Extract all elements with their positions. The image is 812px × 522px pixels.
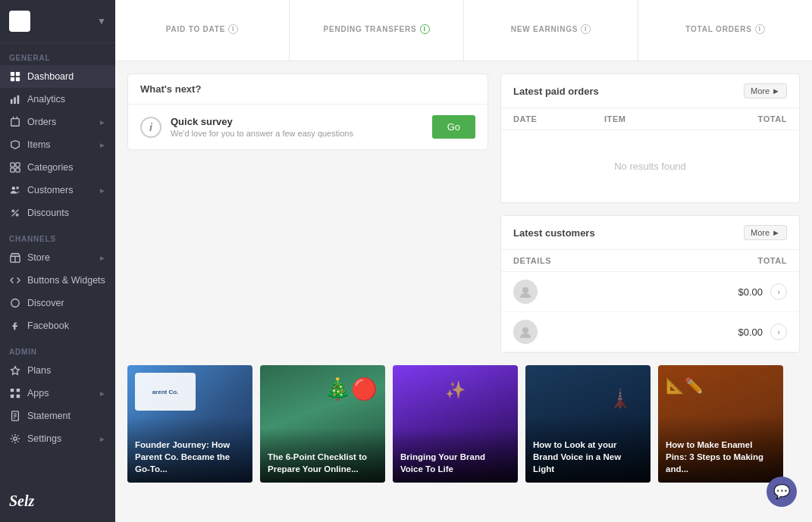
selz-logo: Selz [9, 492, 106, 510]
customer-arrow-1[interactable]: › [770, 283, 787, 300]
sidebar-item-categories[interactable]: Categories [0, 156, 115, 179]
blog-card-2-decor: ✨ [445, 380, 466, 400]
main-content: PAID TO DATE i PENDING TRANSFERS i NEW E… [115, 0, 812, 522]
analytics-label: Analytics [27, 94, 65, 105]
svg-rect-9 [16, 163, 20, 167]
discover-label: Discover [27, 298, 64, 308]
svg-point-25 [522, 287, 528, 293]
plans-icon [9, 364, 21, 377]
analytics-icon [9, 93, 21, 105]
orders-no-results: No results found [501, 130, 799, 202]
section-channels: CHANNELS [0, 224, 115, 246]
whats-next-content: i Quick survey We'd love for you to answ… [128, 105, 488, 149]
pending-transfers-info-icon[interactable]: i [420, 24, 430, 34]
go-button[interactable]: Go [432, 115, 475, 139]
svg-rect-0 [11, 72, 14, 76]
sidebar-item-customers[interactable]: Customers ► [0, 179, 115, 202]
logo-box[interactable] [9, 11, 30, 32]
store-label: Store [27, 252, 50, 263]
sidebar-item-dashboard[interactable]: Dashboard [0, 65, 115, 88]
buttons-widgets-label: Buttons & Widgets [27, 275, 105, 286]
latest-paid-orders-more[interactable]: More ► [744, 83, 787, 98]
survey-desc: We'd love for you to answer a few easy q… [171, 129, 353, 138]
blog-card-1[interactable]: 🎄🔴 The 6-Point Checklist to Prepare Your… [260, 365, 385, 483]
discounts-label: Discounts [27, 208, 69, 218]
svg-rect-4 [11, 99, 13, 104]
customer-avatar-1 [513, 280, 538, 304]
sidebar-item-items[interactable]: Items ► [0, 133, 115, 156]
sidebar-item-plans[interactable]: Plans [0, 359, 115, 382]
svg-rect-21 [11, 395, 14, 398]
facebook-icon [9, 320, 21, 332]
stat-total-orders: TOTAL ORDERS i [638, 0, 812, 61]
blog-card-2-overlay: Bringing Your Brand Voice To Life [393, 428, 518, 483]
stat-total-orders-label: TOTAL ORDERS i [685, 24, 764, 34]
total-orders-info-icon[interactable]: i [755, 24, 765, 34]
customer-arrow-2[interactable]: › [770, 324, 787, 340]
more-arrow-icon: ► [772, 86, 780, 95]
sidebar-item-settings[interactable]: Settings ► [0, 427, 115, 450]
customer-total-1: $0.00 [738, 286, 763, 298]
latest-paid-orders-title: Latest paid orders [513, 86, 599, 97]
blog-card-0-overlay: Founder Journey: How Parent Co. Became t… [127, 416, 252, 483]
total-col-header: Total [726, 114, 787, 123]
blog-card-4-title: How to Make Enamel Pins: 3 Steps to Maki… [666, 439, 776, 475]
sidebar-item-buttons-widgets[interactable]: Buttons & Widgets [0, 269, 115, 292]
blog-card-0[interactable]: arent Co. Founder Journey: How Parent Co… [127, 365, 252, 483]
paid-to-date-info-icon[interactable]: i [228, 24, 238, 34]
chat-bubble[interactable]: 💬 [767, 477, 797, 507]
whats-next-header: What's next? [128, 74, 488, 105]
sidebar-item-facebook[interactable]: Facebook [0, 314, 115, 337]
svg-point-14 [12, 210, 14, 212]
svg-point-17 [11, 299, 20, 308]
blog-card-3[interactable]: 🗼 How to Look at your Brand Voice in a N… [525, 365, 651, 483]
sidebar-item-discounts[interactable]: Discounts [0, 202, 115, 224]
sidebar-item-discover[interactable]: Discover [0, 292, 115, 314]
sidebar-item-apps[interactable]: Apps ► [0, 382, 115, 405]
orders-chevron: ► [99, 118, 106, 127]
svg-point-26 [522, 327, 528, 333]
customers-more-arrow-icon: ► [772, 228, 780, 237]
svg-point-13 [16, 186, 19, 189]
svg-rect-22 [17, 395, 20, 398]
customer-row: $0.00 › [501, 272, 799, 312]
statement-label: Statement [27, 411, 71, 421]
svg-rect-5 [14, 97, 16, 104]
sidebar-item-statement[interactable]: Statement [0, 405, 115, 427]
customers-chevron: ► [99, 186, 106, 195]
item-col-header: Item [604, 114, 726, 123]
settings-chevron: ► [99, 435, 106, 443]
apps-label: Apps [27, 388, 49, 399]
details-col-header: Details [513, 256, 726, 265]
code-icon [9, 274, 21, 286]
new-earnings-info-icon[interactable]: i [581, 24, 591, 34]
svg-rect-2 [11, 77, 14, 81]
customer-avatar-2 [513, 320, 538, 344]
blog-card-3-title: How to Look at your Brand Voice in a New… [533, 439, 643, 475]
content-area: What's next? i Quick survey We'd love fo… [115, 61, 812, 365]
sidebar-toggle[interactable]: ▼ [97, 16, 106, 27]
customers-icon [9, 184, 21, 196]
sidebar-item-analytics[interactable]: Analytics [0, 88, 115, 111]
latest-customers-more[interactable]: More ► [744, 225, 787, 240]
categories-icon [9, 161, 21, 173]
right-column: Latest paid orders More ► Date Item Tota… [500, 73, 800, 353]
dashboard-label: Dashboard [27, 71, 74, 82]
customers-table-header: Details Total [501, 250, 799, 272]
stat-pending-transfers: PENDING TRANSFERS i [290, 0, 464, 61]
dashboard-icon [9, 70, 21, 83]
blog-card-4[interactable]: 📐✏️ How to Make Enamel Pins: 3 Steps to … [658, 365, 783, 483]
sidebar-item-orders[interactable]: Orders ► [0, 111, 115, 133]
sidebar-item-store[interactable]: Store ► [0, 246, 115, 269]
blog-card-2[interactable]: ✨ Bringing Your Brand Voice To Life [393, 365, 518, 483]
blog-card-1-overlay: The 6-Point Checklist to Prepare Your On… [260, 428, 385, 483]
apps-icon [9, 387, 21, 399]
facebook-label: Facebook [27, 320, 69, 331]
stat-paid-to-date: PAID TO DATE i [115, 0, 290, 61]
svg-rect-3 [16, 77, 20, 81]
blog-card-0-logo: arent Co. [135, 373, 196, 411]
discover-icon [9, 297, 21, 309]
svg-point-12 [12, 186, 15, 189]
orders-label: Orders [27, 117, 56, 127]
stats-row: PAID TO DATE i PENDING TRANSFERS i NEW E… [115, 0, 812, 61]
